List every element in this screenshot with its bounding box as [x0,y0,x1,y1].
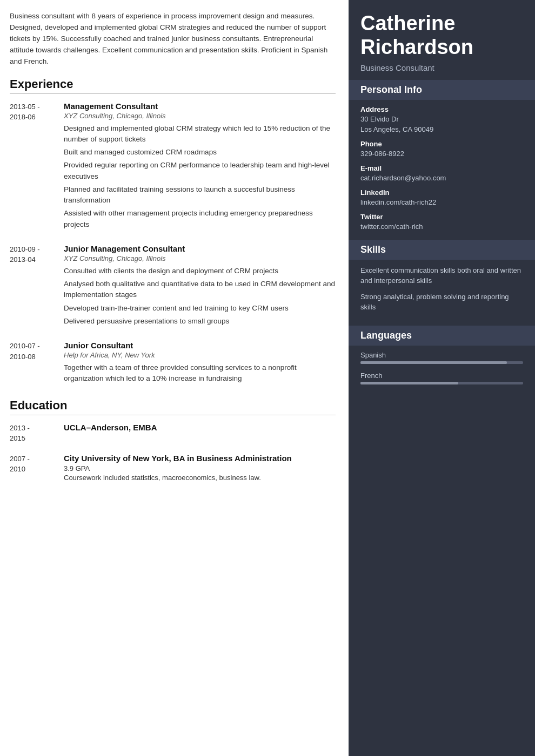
edu-gpa: 3.9 GPA [64,464,336,473]
education-section: Education 2013 -2015UCLA–Anderson, EMBA2… [10,399,336,482]
address-label: Address [360,105,523,113]
first-name: Catherine [360,12,455,35]
edu-dates: 2013 -2015 [10,423,64,444]
exp-bullet: Analysed both qualitative and quantitati… [64,279,336,301]
experience-item: 2013-05 -2018-06Management ConsultantXYZ… [10,102,336,232]
exp-bullets: Together with a team of three provided c… [64,362,336,384]
exp-content: Junior ConsultantHelp for Africa, NY, Ne… [64,341,336,387]
language-name: French [360,372,523,380]
exp-bullet: Built and managed customized CRM roadmap… [64,147,336,158]
edu-dates: 2007 -2010 [10,454,64,482]
experience-section: Experience 2013-05 -2018-06Management Co… [10,77,336,387]
skills-content: Excellent communication skills both oral… [349,265,535,326]
experience-item: 2010-09 -2013-04Junior Management Consul… [10,244,336,329]
exp-content: Junior Management ConsultantXYZ Consulti… [64,244,336,329]
exp-bullet: Planned and facilitated training session… [64,184,336,206]
skills-list: Excellent communication skills both oral… [360,265,523,313]
last-name: Richardson [360,36,473,58]
exp-bullet: Developed train-the-trainer content and … [64,303,336,314]
exp-company: XYZ Consulting, Chicago, Illinois [64,254,336,262]
linkedin-value: linkedin.com/cath-rich22 [360,198,523,207]
exp-company: Help for Africa, NY, New York [64,351,336,359]
right-column: Catherine Richardson Business Consultant… [349,0,535,756]
exp-job-title: Management Consultant [64,102,336,111]
skills-title: Skills [349,240,535,260]
linkedin-label: LinkedIn [360,188,523,197]
twitter-value: twitter.com/cath-rich [360,222,523,232]
language-bar-background [360,361,523,364]
exp-company: XYZ Consulting, Chicago, Illinois [64,112,336,120]
address-line2: Los Angeles, CA 90049 [360,125,523,134]
exp-bullet: Provided regular reporting on CRM perfor… [64,160,336,182]
exp-bullets: Designed and implemented global CRM stra… [64,123,336,230]
experience-list: 2013-05 -2018-06Management ConsultantXYZ… [10,102,336,387]
exp-job-title: Junior Consultant [64,341,336,350]
summary-text: Business consultant with 8 years of expe… [10,11,336,68]
email-value: cat.richardson@yahoo.com [360,173,523,183]
exp-bullet: Assisted with other management projects … [64,208,336,230]
exp-dates: 2013-05 -2018-06 [10,102,64,232]
exp-bullet: Together with a team of three provided c… [64,362,336,384]
email-label: E-mail [360,164,523,172]
language-bar-background [360,382,523,384]
language-item: French [360,372,523,384]
personal-info-content: Address 30 Elvido Dr Los Angeles, CA 900… [349,105,535,239]
education-list: 2013 -2015UCLA–Anderson, EMBA2007 -2010C… [10,423,336,482]
exp-job-title: Junior Management Consultant [64,244,336,253]
phone-value: 329-086-8922 [360,149,523,159]
edu-degree-title: UCLA–Anderson, EMBA [64,423,336,432]
edu-degree-title: City University of New York, BA in Busin… [64,454,336,463]
personal-info-title: Personal Info [349,80,535,100]
exp-bullets: Consulted with clients the design and de… [64,266,336,327]
edu-content: UCLA–Anderson, EMBA [64,423,336,444]
name-block: Catherine Richardson Business Consultant [349,0,535,80]
language-bar-fill [360,382,458,384]
experience-item: 2010-07 -2010-08Junior ConsultantHelp fo… [10,341,336,387]
language-name: Spanish [360,351,523,359]
left-column: Business consultant with 8 years of expe… [0,0,349,756]
exp-content: Management ConsultantXYZ Consulting, Chi… [64,102,336,232]
experience-title: Experience [10,77,336,94]
education-item: 2007 -2010City University of New York, B… [10,454,336,482]
address-line1: 30 Elvido Dr [360,114,523,124]
edu-description: Coursework included statistics, macroeco… [64,474,336,482]
skill-item: Excellent communication skills both oral… [360,265,523,286]
education-item: 2013 -2015UCLA–Anderson, EMBA [10,423,336,444]
languages-content: SpanishFrench [349,351,535,400]
education-title: Education [10,399,336,415]
full-name: Catherine Richardson [360,12,523,59]
exp-dates: 2010-09 -2013-04 [10,244,64,329]
exp-bullet: Delivered persuasive presentations to sm… [64,316,336,327]
edu-content: City University of New York, BA in Busin… [64,454,336,482]
skill-item: Strong analytical, problem solving and r… [360,292,523,313]
exp-bullet: Designed and implemented global CRM stra… [64,123,336,145]
job-title: Business Consultant [360,63,523,72]
exp-dates: 2010-07 -2010-08 [10,341,64,387]
exp-bullet: Consulted with clients the design and de… [64,266,336,276]
language-bar-fill [360,361,507,364]
phone-label: Phone [360,140,523,148]
languages-list: SpanishFrench [360,351,523,384]
language-item: Spanish [360,351,523,364]
twitter-label: Twitter [360,213,523,221]
languages-title: Languages [349,326,535,346]
